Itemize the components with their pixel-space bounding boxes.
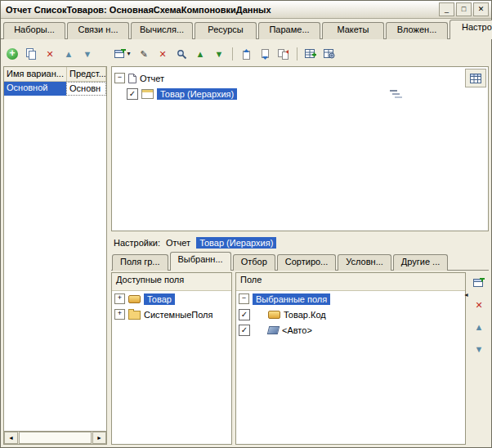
available-field-label[interactable]: СистемныеПоля [144, 310, 212, 320]
selected-field-label[interactable]: <Авто> [282, 325, 312, 335]
check-button[interactable] [173, 46, 190, 62]
settings-tab-strip: Поля гр... Выбранн... Отбор Сортиро... У… [111, 254, 489, 271]
tab-resources[interactable]: Ресурсы [195, 22, 257, 39]
expand-toggle-icon[interactable]: + [114, 309, 125, 320]
variants-toolbar: + ✕ ▲ ▼ [3, 42, 107, 66]
arrow-up-icon: ▲ [65, 50, 74, 59]
list-item[interactable]: + СистемныеПоля [112, 307, 231, 322]
settings-report-link[interactable]: Отчет [166, 238, 190, 248]
field-checkbox[interactable]: ✓ [239, 325, 250, 336]
item-checkbox[interactable]: ✓ [127, 88, 138, 100]
dropdown-caret-icon: ▾ [127, 51, 130, 57]
table-settings-button[interactable] [321, 46, 338, 62]
copy-variant-button[interactable] [23, 46, 39, 62]
variants-table-empty-area [4, 96, 106, 431]
column-header-variant-name[interactable]: Имя вариан... [4, 67, 67, 81]
available-field-label[interactable]: Товар [144, 293, 175, 305]
arrow-down-icon: ▼ [83, 50, 92, 59]
variants-hscrollbar[interactable]: ◄ ► [3, 432, 107, 445]
structure-root-row[interactable]: − Отчет [114, 70, 485, 86]
splitter-collapse-icon[interactable]: ◄ [463, 292, 469, 298]
scroll-thumb[interactable] [19, 432, 92, 444]
field-up-button[interactable]: ▲ [471, 319, 487, 335]
add-table-icon [114, 49, 126, 59]
selected-fields-pane: Поле − Выбранные поля ✓ Товар.Код ✓ [235, 272, 466, 445]
scroll-left-button[interactable]: ◄ [4, 432, 18, 444]
list-item[interactable]: + Товар [112, 291, 231, 307]
selected-fields-root-row[interactable]: − Выбранные поля [236, 291, 465, 307]
level-up-button[interactable] [238, 46, 254, 62]
delete-icon: ✕ [46, 50, 53, 59]
arrow-up-icon: ▲ [196, 50, 205, 59]
tab-conditional-appearance[interactable]: Условн... [338, 254, 391, 271]
page-arrow-up-icon [241, 49, 252, 60]
maximize-button[interactable]: □ [456, 2, 472, 16]
delete-icon: ✕ [159, 50, 166, 59]
collapse-toggle-icon[interactable]: − [239, 293, 249, 304]
delete-field-button[interactable]: ✕ [471, 297, 487, 313]
variants-panel: + ✕ ▲ ▼ Имя вариан... Предст... Основной… [3, 42, 107, 445]
field-down-button[interactable]: ▼ [471, 341, 487, 357]
settings-page: + ✕ ▲ ▼ Имя вариан... Предст... Основной… [1, 38, 491, 447]
tab-links[interactable]: Связи н... [67, 22, 129, 39]
minimize-button[interactable]: _ [439, 2, 454, 16]
column-header-presentation[interactable]: Предст... [67, 67, 106, 81]
report-designer-window: Отчет СписокТоваров: ОсновнаяСхемаКомпон… [0, 0, 492, 448]
window-title: Отчет СписокТоваров: ОсновнаяСхемаКомпон… [6, 5, 437, 15]
selected-fields-toolbar: ◄ ✕ ▲ ▼ [469, 272, 489, 445]
tab-selected-fields[interactable]: Выбранн... [170, 252, 231, 271]
folder-icon [128, 311, 141, 320]
toolbar-separator [297, 47, 297, 60]
available-fields-header: Доступные поля [112, 273, 231, 291]
delete-variant-button[interactable]: ✕ [42, 46, 58, 62]
expand-toggle-icon[interactable]: + [114, 293, 125, 304]
grid-gear-icon [324, 49, 335, 59]
tab-order[interactable]: Сортиро... [277, 254, 337, 271]
table-row[interactable]: ✓ Товар.Код [236, 307, 465, 322]
structure-item-label[interactable]: Товар (Иерархия) [157, 88, 237, 100]
tab-nested-schemas[interactable]: Вложен... [386, 22, 448, 39]
variant-down-button[interactable]: ▼ [79, 46, 96, 62]
tab-filter[interactable]: Отбор [233, 254, 275, 271]
settings-selected-chip[interactable]: Товар (Иерархия) [196, 237, 276, 249]
settings-breadcrumb: Настройки: Отчет Товар (Иерархия) [111, 231, 489, 254]
arrow-down-icon: ▼ [215, 50, 224, 59]
tab-templates[interactable]: Макеты [322, 22, 384, 39]
edit-element-button[interactable]: ✎ [136, 46, 152, 62]
tab-parameters[interactable]: Параме... [258, 22, 320, 39]
table-row[interactable]: ✓ <Авто> [236, 322, 465, 338]
add-element-button[interactable]: ▾ [112, 46, 133, 62]
add-field-button[interactable] [471, 275, 487, 291]
tab-data-sets[interactable]: Наборы... [3, 22, 65, 39]
table-row[interactable]: Основной Основн [4, 82, 106, 96]
reorder-button[interactable] [275, 46, 292, 62]
selected-field-label[interactable]: Товар.Код [284, 310, 326, 320]
variant-up-button[interactable]: ▲ [60, 46, 77, 62]
field-checkbox[interactable]: ✓ [239, 309, 250, 320]
tab-calculated-fields[interactable]: Вычисля... [131, 22, 193, 39]
hierarchy-type-icon [390, 89, 402, 99]
selected-fields-root-label[interactable]: Выбранные поля [253, 293, 330, 305]
structure-settings-button[interactable] [465, 69, 486, 87]
move-up-button[interactable]: ▲ [192, 46, 208, 62]
variant-presentation-cell[interactable]: Основн [66, 82, 106, 96]
level-down-button[interactable] [257, 46, 273, 62]
collapse-toggle-icon[interactable]: − [114, 73, 125, 83]
field-icon [128, 295, 141, 303]
magnifier-icon [177, 49, 187, 60]
settings-label: Настройки: [114, 238, 160, 248]
close-button[interactable]: ✕ [473, 2, 489, 16]
delete-element-button[interactable]: ✕ [154, 46, 171, 62]
output-settings-button[interactable] [302, 46, 319, 62]
variant-name-cell[interactable]: Основной [4, 82, 66, 96]
tab-settings[interactable]: Настро... [450, 20, 492, 39]
add-variant-button[interactable]: + [4, 46, 20, 62]
structure-root-label[interactable]: Отчет [140, 74, 164, 83]
tab-other-settings[interactable]: Другие ... [393, 254, 448, 271]
tab-grouping-fields[interactable]: Поля гр... [112, 254, 168, 271]
move-down-button[interactable]: ▼ [211, 46, 227, 62]
structure-item-row[interactable]: ✓ Товар (Иерархия) [127, 86, 485, 101]
pages-swap-icon [278, 49, 289, 60]
main-tab-strip: Наборы... Связи н... Вычисля... Ресурсы … [1, 19, 491, 39]
scroll-right-button[interactable]: ► [92, 432, 106, 444]
